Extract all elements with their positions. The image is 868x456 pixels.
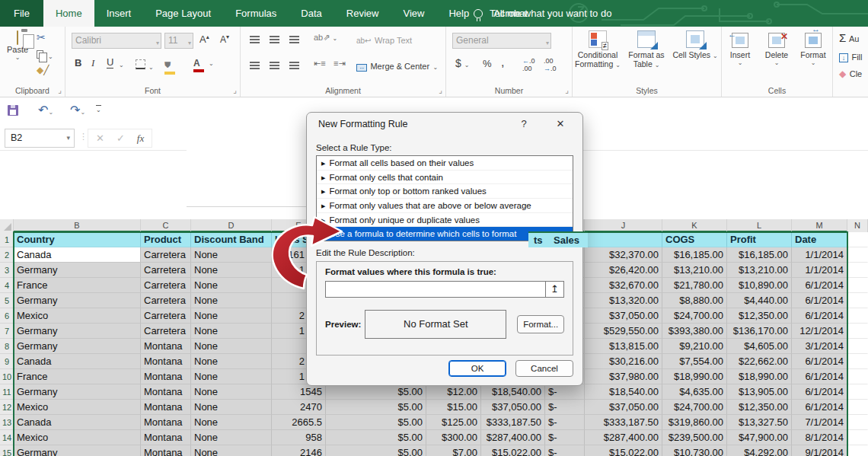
- cell-outside-range[interactable]: [847, 369, 868, 384]
- cell[interactable]: None: [191, 445, 272, 456]
- cell[interactable]: $5.00: [326, 400, 426, 415]
- row-number[interactable]: 4: [0, 278, 14, 293]
- cell[interactable]: $393,380.00: [662, 324, 727, 339]
- cell[interactable]: $8,880.00: [662, 293, 727, 308]
- select-all-corner[interactable]: [0, 219, 14, 232]
- cell[interactable]: Germany: [14, 384, 141, 400]
- cell-outside-range[interactable]: [847, 232, 868, 247]
- cut-button[interactable]: ✂: [37, 31, 46, 43]
- cell[interactable]: $4,440.00: [727, 293, 792, 308]
- insert-function-icon[interactable]: fx: [137, 132, 144, 145]
- paste-button[interactable]: Paste ⌄: [4, 31, 31, 61]
- row-number[interactable]: 10: [0, 369, 14, 384]
- insert-cells-button[interactable]: Insert ⌄: [723, 33, 757, 66]
- increase-decimal-button[interactable]: ←.0.00: [522, 57, 535, 72]
- autosum-button[interactable]: Σ Au: [839, 31, 859, 44]
- cell-outside-range[interactable]: [847, 415, 868, 430]
- header-cell[interactable]: COGS: [662, 232, 727, 247]
- cell[interactable]: 7/1/2014: [792, 415, 847, 430]
- cell[interactable]: Carretera: [141, 247, 191, 263]
- cell[interactable]: Germany: [14, 263, 141, 278]
- comma-style-button[interactable]: ,: [501, 56, 504, 69]
- cell[interactable]: $4,605.00: [727, 339, 792, 354]
- cell[interactable]: $16,185.00: [727, 247, 792, 263]
- cell[interactable]: $30,216.00: [585, 354, 662, 369]
- cell[interactable]: $7,554.00: [662, 354, 727, 369]
- cell[interactable]: $47,900.00: [727, 430, 792, 445]
- cell[interactable]: France: [14, 369, 141, 384]
- redo-button[interactable]: ↷⌄: [70, 103, 85, 117]
- column-header-B[interactable]: B: [14, 219, 141, 232]
- cell[interactable]: $-: [545, 445, 585, 456]
- ok-button[interactable]: OK: [448, 360, 506, 377]
- cell[interactable]: $32,370.00: [585, 247, 662, 263]
- cell[interactable]: $4,635.00: [662, 384, 727, 400]
- cancel-entry-icon[interactable]: ✕: [96, 132, 104, 144]
- cell[interactable]: $13,327.50: [727, 415, 792, 430]
- cell[interactable]: None: [191, 369, 272, 384]
- cell[interactable]: 6/1/2014: [792, 308, 847, 324]
- align-left-icon[interactable]: [250, 62, 260, 63]
- cell-outside-range[interactable]: [847, 339, 868, 354]
- format-button[interactable]: Format...: [517, 315, 564, 333]
- cell[interactable]: $37,050.00: [585, 400, 662, 415]
- confirm-entry-icon[interactable]: ✓: [116, 132, 125, 144]
- cell[interactable]: $529,550.00: [585, 324, 662, 339]
- column-header-D[interactable]: D: [191, 219, 272, 232]
- column-header-C[interactable]: C: [141, 219, 191, 232]
- cell[interactable]: $7.00: [426, 445, 481, 456]
- cell[interactable]: $13,210.00: [662, 263, 727, 278]
- header-cell[interactable]: [585, 232, 662, 247]
- cell[interactable]: 6/1/2014: [792, 400, 847, 415]
- align-middle-icon[interactable]: [270, 36, 279, 37]
- cell[interactable]: France: [14, 278, 141, 293]
- cell[interactable]: 2146: [272, 445, 326, 456]
- cell[interactable]: 6/1/2014: [792, 354, 847, 369]
- cell[interactable]: Mexico: [14, 308, 141, 324]
- fill-color-button[interactable]: ⛊: [164, 57, 175, 75]
- rule-type-option[interactable]: ▶Format only unique or duplicate values: [317, 213, 573, 228]
- column-header-J[interactable]: J: [585, 219, 662, 232]
- cell[interactable]: $13,320.00: [585, 293, 662, 308]
- tab-page-layout[interactable]: Page Layout: [143, 0, 223, 27]
- cell[interactable]: $12.00: [426, 384, 481, 400]
- cell[interactable]: None: [191, 278, 272, 293]
- cell[interactable]: Carretera: [141, 263, 191, 278]
- cell[interactable]: $21,780.00: [662, 278, 727, 293]
- decrease-font-size-button[interactable]: A▾: [220, 33, 229, 45]
- row-number[interactable]: 14: [0, 430, 14, 445]
- cell[interactable]: $-: [545, 430, 585, 445]
- cell[interactable]: $5.00: [326, 415, 426, 430]
- tab-file[interactable]: File: [0, 0, 43, 27]
- save-button[interactable]: [8, 105, 18, 119]
- cell[interactable]: 6/1/2014: [792, 293, 847, 308]
- cell[interactable]: $10,890.00: [727, 278, 792, 293]
- underline-button[interactable]: U: [107, 57, 113, 69]
- cell[interactable]: $125.00: [426, 415, 481, 430]
- cell[interactable]: 6/1/2014: [792, 384, 847, 400]
- cell[interactable]: Carretera: [141, 324, 191, 339]
- cell[interactable]: $-: [545, 400, 585, 415]
- header-cell[interactable]: Discount Band: [191, 232, 272, 247]
- cancel-button[interactable]: Cancel: [515, 360, 573, 377]
- cell[interactable]: None: [191, 247, 272, 263]
- cell[interactable]: 1/1/2014: [792, 263, 847, 278]
- cell-outside-range[interactable]: [847, 354, 868, 369]
- cell[interactable]: $319,860.00: [662, 415, 727, 430]
- cell[interactable]: Carretera: [141, 278, 191, 293]
- cell[interactable]: Montana: [141, 369, 191, 384]
- cell[interactable]: Canada: [14, 354, 141, 369]
- cell[interactable]: $15.00: [426, 400, 481, 415]
- cell[interactable]: Mexico: [14, 400, 141, 415]
- cell[interactable]: $37,050.00: [585, 308, 662, 324]
- cell[interactable]: $12,350.00: [727, 400, 792, 415]
- cell[interactable]: $37,980.00: [585, 369, 662, 384]
- cell[interactable]: Canada: [14, 247, 141, 263]
- format-cells-button[interactable]: Format ⌄: [796, 33, 830, 66]
- orientation-button[interactable]: ab⇗ ⌄: [314, 33, 337, 43]
- cell-outside-range[interactable]: [847, 324, 868, 339]
- cell[interactable]: $15,022.00: [585, 445, 662, 456]
- cell[interactable]: None: [191, 263, 272, 278]
- tab-home[interactable]: Home: [43, 0, 94, 27]
- italic-button[interactable]: I: [91, 57, 94, 69]
